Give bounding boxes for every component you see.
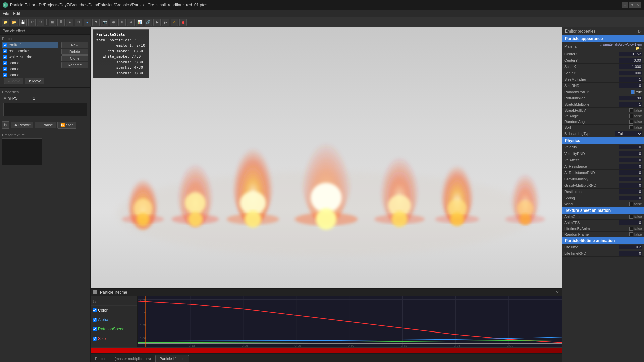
wind-check[interactable] — [629, 202, 633, 206]
prop-material-name: Material — [562, 42, 598, 51]
expand-icon[interactable]: ▷ — [638, 29, 641, 34]
randomframe-check[interactable] — [629, 232, 633, 236]
maximize-button[interactable]: □ — [629, 2, 635, 8]
bottom-tabs: Emitor time (master multiplicators) Part… — [91, 353, 562, 362]
randomangle-check[interactable] — [629, 120, 633, 124]
emitor-row-6[interactable]: sparks — [2, 72, 58, 78]
clone-button[interactable]: Clone — [61, 55, 88, 61]
prop-velaffect-input[interactable] — [619, 158, 642, 162]
prop-centery-input[interactable] — [619, 58, 642, 63]
toolbar-save[interactable]: 💾 — [19, 19, 27, 26]
toolbar-warning[interactable]: ⚠ — [171, 19, 178, 26]
stop-button[interactable]: ⏩ Stop — [57, 122, 77, 129]
prop-velocityrnd-input[interactable] — [619, 151, 642, 156]
tab-emitor-time[interactable]: Emitor time (master multiplicators) — [91, 355, 155, 362]
prop-material-value[interactable]: ...s/materials/glow/glow1.em 📁✏ — [598, 42, 644, 51]
prop-animfps-input[interactable] — [619, 220, 642, 225]
animonce-check[interactable] — [629, 215, 633, 219]
prop-sizemult-input[interactable] — [619, 77, 642, 82]
rename-button[interactable]: Rename — [61, 62, 88, 68]
bottom-panel-close[interactable]: ✕ — [555, 290, 560, 295]
toolbar-skip[interactable]: ⏭ — [162, 19, 169, 26]
track-color-check[interactable] — [93, 308, 97, 312]
emitors-label: Emitors — [2, 37, 88, 41]
billboarding-select[interactable]: Full Vertical Horizontal — [615, 131, 642, 136]
emitor-row-2[interactable]: red_smoke — [2, 48, 58, 54]
prop-gravitymultiplyrnd-input[interactable] — [619, 183, 642, 188]
toolbar-camera[interactable]: 📷 — [101, 19, 108, 26]
toolbar-redo[interactable]: ↪ — [37, 19, 44, 26]
prop-sizernd-input[interactable] — [619, 83, 642, 88]
prop-centerx-input[interactable] — [619, 52, 642, 56]
randomrotdir-check[interactable] — [631, 90, 635, 94]
toolbar-add[interactable]: + — [66, 19, 73, 26]
restart-button[interactable]: ⏮ Restart — [11, 122, 33, 128]
velangle-check[interactable] — [629, 114, 633, 118]
svg-point-24 — [245, 210, 261, 228]
prop-scalex-input[interactable] — [619, 64, 642, 69]
menu-file[interactable]: File — [3, 11, 9, 16]
window-controls[interactable]: ─ □ ✕ — [622, 2, 641, 8]
emitor-checkbox-5[interactable] — [3, 67, 7, 71]
prop-airresistance-input[interactable] — [619, 164, 642, 169]
prop-scaley-input[interactable] — [619, 71, 642, 75]
toolbar-link[interactable]: 🔗 — [145, 19, 152, 26]
emitor-row-3[interactable]: white_smoke — [2, 54, 58, 60]
prop-velocity-input[interactable] — [619, 145, 642, 149]
emitor-checkbox-1[interactable] — [3, 43, 7, 47]
section-particle-lifetime-anim[interactable]: Particle-lifetime animation — [562, 237, 644, 244]
toolbar-grid[interactable]: ⊞ — [49, 19, 56, 26]
randomrotdir-val: true — [636, 90, 642, 94]
emitor-row-1[interactable]: emitor1 — [2, 42, 58, 48]
prop-lifetimernd-input[interactable] — [619, 251, 642, 256]
prop-stretchmult-input[interactable] — [619, 102, 642, 107]
prop-lifetime-input[interactable] — [619, 245, 642, 249]
prop-rotmult-input[interactable] — [619, 96, 642, 100]
track-rotation-check[interactable] — [93, 327, 97, 331]
toolbar-undo[interactable]: ↩ — [28, 19, 36, 26]
toolbar-layers[interactable]: ⊕ — [110, 19, 117, 26]
emitor-checkbox-4[interactable] — [3, 61, 7, 65]
progress-bar-container[interactable] — [91, 347, 562, 353]
prop-gravitymultiply-input[interactable] — [619, 177, 642, 181]
emitor-row-4[interactable]: sparks — [2, 60, 58, 66]
toolbar-record[interactable]: ⏺ — [179, 19, 187, 26]
toolbar-flag[interactable]: ⚑ — [92, 19, 100, 26]
move-down-button[interactable]: ▼ Move — [25, 78, 44, 84]
prop-airresistancernd-input[interactable] — [619, 170, 642, 175]
track-alpha-check[interactable] — [93, 318, 97, 322]
prop-restitution-input[interactable] — [619, 189, 642, 194]
close-button[interactable]: ✕ — [635, 2, 641, 8]
toolbar-move[interactable]: ✥ — [118, 19, 126, 26]
pause-button[interactable]: ⏸ Pause — [35, 122, 56, 128]
streakfulluv-check[interactable] — [629, 108, 633, 112]
prop-sizernd: SizeRND — [562, 83, 644, 89]
new-button[interactable]: New — [61, 42, 88, 48]
move-up-button[interactable]: ▲ Move — [4, 78, 23, 84]
section-physics[interactable]: Physics — [562, 137, 644, 144]
prop-spring-input[interactable] — [619, 196, 642, 200]
toolbar-chart[interactable]: 📊 — [136, 19, 143, 26]
toolbar-open[interactable]: 📂 — [11, 19, 18, 26]
toolbar-new-folder[interactable]: 📁 — [2, 19, 9, 26]
cycle-icon[interactable]: ↻ — [2, 121, 9, 129]
toolbar-dots[interactable]: ⠿ — [57, 19, 65, 26]
section-particle-appearance[interactable]: Particle appearance — [562, 35, 644, 42]
lifetimebyanim-check[interactable] — [629, 227, 633, 231]
delete-button[interactable]: Delete — [61, 49, 88, 55]
minimize-button[interactable]: ─ — [622, 2, 628, 8]
tab-particle-lifetime[interactable]: Particle lifetime — [155, 355, 189, 362]
toolbar-refresh[interactable]: ↻ — [75, 19, 82, 26]
sort-check[interactable] — [629, 125, 633, 129]
toolbar-circle-blue[interactable]: ● — [84, 19, 91, 26]
track-size-check[interactable] — [93, 337, 97, 341]
emitor-checkbox-3[interactable] — [3, 55, 7, 59]
section-texture-sheet[interactable]: Texture sheet animation — [562, 207, 644, 214]
toolbar-tool2[interactable]: ⇔ — [127, 19, 135, 26]
prop-sizemult: SizeMultiplier — [562, 76, 644, 83]
emitor-checkbox-2[interactable] — [3, 49, 7, 53]
emitor-row-5[interactable]: sparks — [2, 66, 58, 72]
menu-edit[interactable]: Edit — [13, 11, 20, 16]
emitor-checkbox-6[interactable] — [3, 73, 7, 77]
toolbar-play[interactable]: ▶ — [153, 19, 161, 26]
